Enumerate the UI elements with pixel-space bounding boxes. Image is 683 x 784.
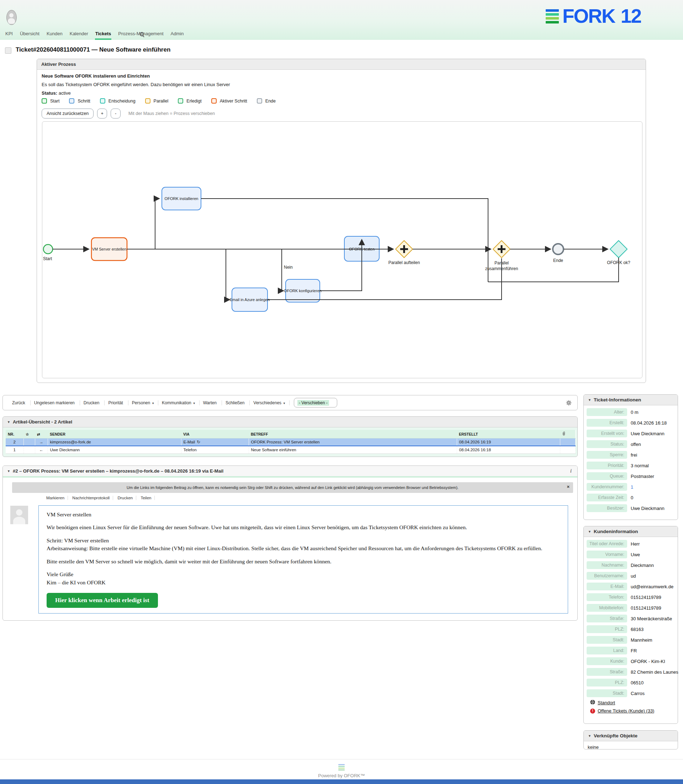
info-label: Benutzername:	[587, 572, 627, 580]
ticket-flag-icon[interactable]	[5, 47, 11, 54]
ticket-info-row: Kundennummer: 1	[587, 483, 675, 491]
legend-label: Parallel	[154, 99, 168, 104]
settings-gear-icon[interactable]	[566, 400, 572, 407]
article-detail-title: #2 – OFORK Prozess: VM Server erstellen …	[13, 468, 223, 474]
collapse-icon[interactable]: ▼	[588, 530, 591, 533]
search-icon[interactable]	[139, 32, 145, 37]
linked-objects-header[interactable]: ▼ Verknüpfte Objekte	[584, 731, 678, 741]
toolbar-item[interactable]: Personen▼	[128, 400, 158, 405]
collapse-icon[interactable]: ▼	[588, 398, 591, 402]
user-avatar[interactable]	[6, 10, 17, 25]
ofork-ok-decision-node[interactable]	[610, 241, 627, 258]
article-menu-item[interactable]: Teilen	[137, 496, 155, 500]
info-icon[interactable]: i	[570, 468, 572, 474]
toolbar-item[interactable]: Priorität	[104, 400, 128, 405]
info-value: 3 normal	[631, 463, 649, 468]
col-via[interactable]: VIA	[181, 430, 249, 439]
info-label: Nachname:	[587, 561, 627, 569]
collapse-icon[interactable]: ▼	[588, 734, 591, 738]
article-detail-header[interactable]: ▼ #2 – OFORK Prozess: VM Server erstelle…	[3, 466, 577, 477]
collapse-icon[interactable]: ▼	[7, 420, 10, 424]
nav-item[interactable]: Kalender	[69, 31, 88, 40]
info-value: 68163	[631, 627, 643, 632]
nav-item[interactable]: KPI	[5, 31, 13, 40]
ticket-info-title: Ticket-Informationen	[594, 397, 641, 403]
direction-arrow-icon: ←	[35, 446, 48, 454]
col-nr[interactable]: NR.	[6, 430, 24, 439]
vm-server-label: VM Server erstellen	[92, 247, 127, 251]
ticket-info-header[interactable]: ▼ Ticket-Informationen	[584, 395, 678, 405]
open-tickets-link[interactable]: Offene Tickets (Kunde) (33)	[598, 708, 654, 713]
article-menu-item[interactable]: Markieren	[43, 496, 68, 500]
process-status: Status: active	[42, 90, 71, 96]
page-footer: Powered by OFORK™	[0, 759, 683, 780]
ticket-info-row: Sperre: frei	[587, 451, 675, 459]
collapse-icon[interactable]: ▼	[7, 469, 10, 473]
toolbar-item[interactable]: Kommunikation▼	[158, 400, 200, 405]
toolbar-item[interactable]: Schließen	[222, 400, 250, 405]
nav-item[interactable]: Tickets	[95, 31, 112, 40]
article-detail-widget: ▼ #2 – OFORK Prozess: VM Server erstelle…	[3, 466, 578, 621]
info-label: Kundennummer:	[587, 483, 627, 491]
toolbar-item[interactable]: Warten	[200, 400, 222, 405]
zoom-in-button[interactable]: +	[97, 109, 107, 119]
col-erstellt[interactable]: ERSTELLT	[457, 430, 560, 439]
toolbar-item[interactable]: Ungelesen markieren	[30, 400, 80, 405]
nav-item[interactable]: Admin	[170, 31, 184, 40]
info-value: 015124119789	[631, 594, 661, 600]
legend-item: Start	[42, 98, 59, 104]
location-link[interactable]: Standort	[598, 700, 615, 705]
legend-swatch-icon	[100, 98, 105, 104]
info-value: 015124119789	[631, 605, 661, 610]
info-label: Straße:	[587, 668, 627, 676]
email-paragraph: VM Server erstellen	[46, 511, 560, 519]
info-value: 82 Chemin des Launes	[631, 669, 678, 675]
ticket-info-row: Alter: 0 m	[587, 408, 675, 416]
work-done-button[interactable]: Hier klicken wenn Arbeit erledigt ist	[46, 593, 158, 608]
article-table-header-row: NR. ☆ ⇄ SENDER VIA BETREFF ERSTELLT	[6, 430, 575, 439]
legend-label: Schritt	[77, 99, 90, 104]
process-canvas[interactable]: VM Server erstellen OFORK installieren O…	[42, 121, 643, 378]
article-row[interactable]: 2 → kimprozess@o-fork.de E-Mail↻ OFORK P…	[6, 439, 575, 446]
close-icon[interactable]: ×	[567, 484, 569, 489]
open-tickets-link-row: ! Offene Tickets (Kunde) (33)	[590, 708, 678, 713]
info-label: Straße:	[587, 615, 627, 622]
caret-down-icon: ▼	[283, 402, 285, 405]
end-node[interactable]	[553, 244, 563, 254]
article-menu-item[interactable]: Drucken	[114, 496, 136, 500]
legend-item: Aktiver Schritt	[211, 98, 247, 104]
article-menu-item[interactable]: Nachrichtenprotokoll	[69, 496, 113, 500]
logo-bars-icon	[546, 9, 559, 24]
nav-item[interactable]: Kunden	[46, 31, 63, 40]
article-overview-header[interactable]: ▼ Artikel-Übersicht - 2 Artikel	[3, 417, 577, 427]
reset-view-button[interactable]: Ansicht zurücksetzen	[42, 109, 93, 119]
customer-info-row: Nachname: Dieckmann	[587, 561, 675, 569]
info-value: Dieckmann	[631, 563, 654, 568]
move-queue-select[interactable]: - Verschieben -	[294, 398, 337, 408]
zoom-out-button[interactable]: -	[111, 109, 120, 119]
toolbar-item[interactable]: Verschiedenes▼	[250, 400, 290, 405]
ticket-info-row: Status: offen	[587, 440, 675, 448]
article-row[interactable]: 1 ← Uwe Dieckmann Telefon Neue Software …	[6, 446, 575, 454]
customer-info-row: Straße: 82 Chemin des Launes	[587, 668, 675, 676]
caret-down-icon: ▼	[152, 402, 154, 405]
star-icon[interactable]: ☆	[24, 430, 35, 439]
start-node[interactable]	[43, 244, 53, 254]
col-sender[interactable]: SENDER	[48, 430, 181, 439]
info-label: Priorität:	[587, 461, 627, 469]
location-link-row: Standort	[590, 700, 678, 706]
customer-info-header[interactable]: ▼ Kundeninformation	[584, 526, 678, 537]
info-label: Erstellt:	[587, 419, 627, 427]
swap-arrows-icon[interactable]: ⇄	[35, 430, 48, 439]
info-value: 0	[631, 495, 633, 500]
toolbar-item[interactable]: Zurück	[8, 400, 30, 405]
nav-item[interactable]: Übersicht	[19, 31, 40, 40]
info-label: Vorname:	[587, 551, 627, 558]
col-betreff[interactable]: BETREFF	[249, 430, 457, 439]
parallel-join-label-2: zusammenführen	[485, 266, 518, 271]
nav-search[interactable]	[139, 29, 145, 40]
info-value: 08.04.2026 16:18	[631, 420, 667, 426]
logo-text: FORK	[563, 6, 615, 26]
top-bar: KPI Übersicht Kunden Kalender Tickets Pr…	[0, 0, 683, 40]
toolbar-item[interactable]: Drucken	[80, 400, 105, 405]
